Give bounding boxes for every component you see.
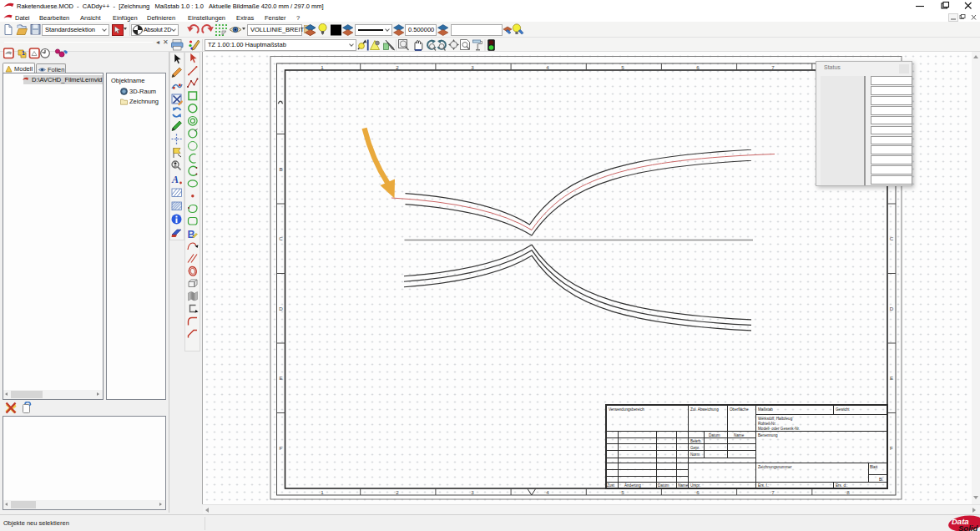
svg-text:1: 1 — [321, 64, 324, 70]
svg-text:Name: Name — [734, 433, 745, 437]
svg-text:3: 3 — [471, 489, 474, 495]
svg-text:F: F — [280, 445, 283, 451]
svg-text:B: B — [188, 229, 195, 240]
svg-text:E: E — [279, 375, 282, 381]
svg-text:Bearb.: Bearb. — [690, 439, 702, 443]
svg-text:Gepr.: Gepr. — [690, 446, 700, 450]
svg-text:6: 6 — [696, 64, 700, 70]
svg-text:Norm: Norm — [690, 453, 700, 457]
svg-text:4: 4 — [546, 489, 549, 495]
svg-text:D: D — [890, 306, 894, 311]
svg-text:5: 5 — [621, 489, 624, 495]
svg-text:E: E — [890, 375, 893, 381]
svg-text:7: 7 — [771, 64, 775, 70]
svg-text:Verwendungsbereich: Verwendungsbereich — [609, 407, 644, 412]
svg-text:A: A — [171, 174, 179, 185]
svg-text:Datum: Datum — [658, 483, 669, 488]
svg-text:F: F — [890, 445, 893, 451]
svg-text:7: 7 — [771, 489, 775, 495]
svg-text:Oberfläche: Oberfläche — [730, 407, 749, 412]
svg-text:Datum: Datum — [709, 433, 720, 437]
svg-text:1: 1 — [22, 50, 25, 56]
svg-text:Name: Name — [678, 483, 689, 488]
svg-text:Ers. f.:: Ers. f.: — [758, 483, 769, 488]
svg-text:2: 2 — [396, 489, 399, 495]
svg-text:Maßstab: Maßstab — [758, 407, 773, 412]
svg-text:4: 4 — [546, 64, 549, 70]
svg-text:D: D — [279, 306, 283, 311]
svg-text:Rohteil-Nr.: Rohteil-Nr. — [758, 422, 776, 426]
svg-text:Bl.: Bl. — [879, 478, 883, 482]
svg-text:Zust: Zust — [607, 483, 615, 488]
svg-text:Ers. d.:: Ers. d.: — [836, 483, 848, 488]
svg-text:Zeichnungsnummer: Zeichnungsnummer — [758, 465, 792, 469]
svg-text:Blatt: Blatt — [870, 465, 878, 469]
svg-text:5: 5 — [621, 64, 624, 70]
svg-text:6: 6 — [696, 489, 700, 495]
svg-text:1: 1 — [321, 489, 324, 495]
svg-text:Werkstoff, Halbzeug: Werkstoff, Halbzeug — [758, 417, 793, 421]
svg-text:2: 2 — [396, 64, 399, 70]
svg-text:Zul. Abweichung: Zul. Abweichung — [690, 407, 719, 412]
svg-text:Gewicht: Gewicht — [836, 407, 850, 412]
svg-text:C: C — [279, 235, 283, 241]
svg-text:Änderung: Änderung — [624, 483, 641, 488]
svg-text:8: 8 — [846, 489, 850, 495]
svg-text:B: B — [279, 166, 282, 172]
svg-text:C: C — [890, 235, 894, 241]
svg-text:Modell- oder Gesenk-Nr.: Modell- oder Gesenk-Nr. — [758, 427, 800, 431]
svg-text:Solid: Solid — [958, 523, 977, 531]
svg-text:3: 3 — [471, 64, 474, 70]
svg-text:Urspr.: Urspr. — [690, 483, 700, 488]
svg-text:Benennung: Benennung — [758, 433, 778, 437]
